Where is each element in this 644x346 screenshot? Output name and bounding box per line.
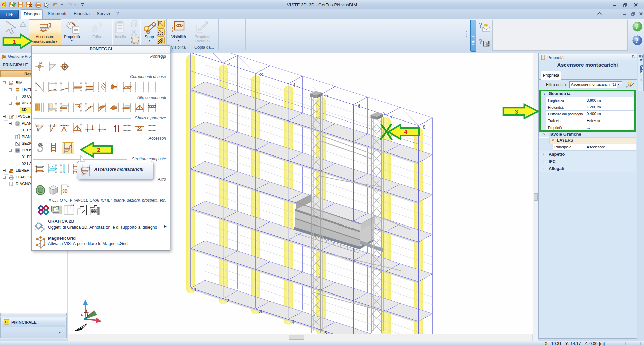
svg-text:Z: Z — [80, 311, 84, 317]
svg-text:3: 3 — [515, 109, 518, 115]
svg-text:?: ? — [479, 37, 483, 46]
svg-text:2: 2 — [228, 62, 231, 67]
svg-text:5: 5 — [325, 93, 328, 98]
svg-text:6: 6 — [358, 103, 361, 109]
svg-text:?: ? — [635, 37, 639, 44]
svg-text:2: 2 — [227, 298, 229, 303]
svg-text:3D: 3D — [62, 189, 68, 194]
svg-text:i: i — [636, 23, 638, 31]
svg-text:2: 2 — [97, 147, 100, 153]
svg-text:4: 4 — [292, 319, 295, 325]
svg-text:4: 4 — [293, 82, 296, 88]
svg-text:1: 1 — [194, 287, 197, 292]
svg-text:7: 7 — [390, 114, 393, 119]
svg-text:C: C — [5, 320, 8, 324]
svg-text:1: 1 — [13, 39, 16, 45]
svg-text:4: 4 — [404, 129, 407, 135]
svg-text:3: 3 — [259, 309, 262, 314]
svg-text:8: 8 — [423, 124, 426, 130]
svg-text:5: 5 — [324, 330, 327, 334]
svg-text:3: 3 — [260, 72, 263, 77]
svg-text:?: ? — [479, 21, 483, 29]
